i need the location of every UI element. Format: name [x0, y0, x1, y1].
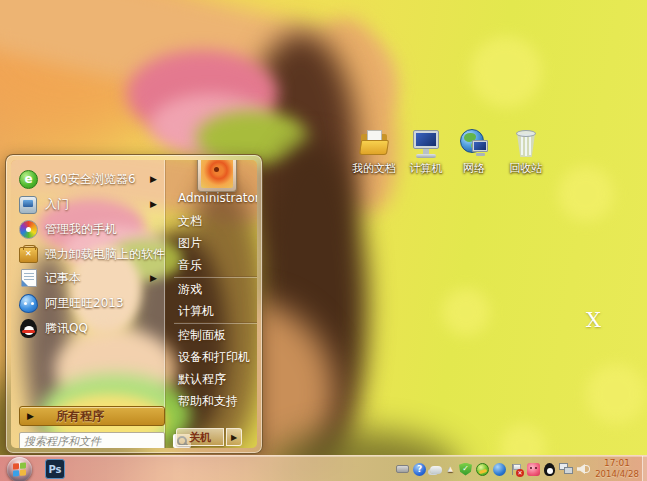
- uninstaller-icon: [19, 247, 38, 263]
- security-shield-icon[interactable]: ✓: [459, 463, 472, 476]
- menu-item-devices-printers[interactable]: 设备和打印机: [178, 349, 257, 367]
- user-avatar[interactable]: [197, 160, 237, 192]
- taskbar-clock[interactable]: 17:01 2014/4/28: [594, 458, 640, 480]
- language-indicator-icon[interactable]: [396, 465, 409, 473]
- menu-item-computer[interactable]: 计算机: [178, 303, 257, 321]
- desktop-icon-label: 我的文档: [346, 161, 402, 176]
- help-messenger-icon[interactable]: ?: [413, 463, 426, 476]
- action-center-error-badge: ✕: [516, 469, 524, 477]
- submenu-arrow-icon: ▶: [150, 174, 157, 184]
- start-menu: e 360安全浏览器6 ▶ 入门 ▶ 管理我的手机 强力卸载电脑上的软件 记事本…: [5, 154, 263, 454]
- all-programs-label: 所有程序: [56, 408, 104, 425]
- recycle-bin-icon: [510, 128, 542, 160]
- desktop-icon-label: 网络: [446, 161, 502, 176]
- program-item-tencent-qq[interactable]: 腾讯QQ: [19, 317, 165, 339]
- menu-item-documents[interactable]: 文档: [178, 213, 257, 231]
- aliwangwang-icon: [19, 294, 38, 313]
- program-item-notepad[interactable]: 记事本 ▶: [19, 267, 165, 289]
- volume-icon[interactable]: [577, 463, 591, 475]
- menu-item-control-panel[interactable]: 控制面板: [178, 327, 257, 345]
- program-label: 强力卸载电脑上的软件: [45, 246, 165, 263]
- menu-item-default-programs[interactable]: 默认程序: [178, 371, 257, 389]
- qq-icon: [20, 319, 37, 338]
- all-programs-arrow-icon: ▶: [27, 411, 34, 421]
- all-programs-button[interactable]: ▶ 所有程序: [19, 406, 165, 426]
- phone-manager-icon: [19, 220, 38, 239]
- network-icon: [458, 128, 490, 160]
- menu-separator: [174, 277, 257, 278]
- program-item-phone-manager[interactable]: 管理我的手机: [19, 218, 165, 240]
- program-label: 腾讯QQ: [45, 320, 88, 337]
- cloud-upload-icon[interactable]: [430, 466, 442, 474]
- search-box: [19, 432, 165, 448]
- qq-tray-icon[interactable]: [544, 463, 555, 476]
- program-label: 阿里旺旺2013: [45, 295, 124, 312]
- action-center-flag-icon[interactable]: ✕: [510, 463, 523, 476]
- taskbar: Ps ? ▲ ✓ ✕ 17:01 2014/4/28: [0, 455, 647, 481]
- browser-globe-icon[interactable]: [493, 463, 506, 476]
- program-label: 入门: [45, 196, 69, 213]
- notepad-icon: [21, 269, 37, 287]
- program-label: 360安全浏览器6: [45, 171, 136, 188]
- wangwang-tray-icon[interactable]: [527, 463, 540, 476]
- shutdown-button[interactable]: 关机: [176, 428, 224, 446]
- shutdown-options-arrow[interactable]: ▶: [226, 428, 242, 446]
- desktop-icon-label: 回收站: [498, 161, 554, 176]
- menu-item-music[interactable]: 音乐: [178, 257, 257, 275]
- wallpaper-bokeh: [586, 364, 646, 424]
- avatar-flower-photo: [201, 160, 233, 188]
- system-tray: ? ▲ ✓ ✕: [396, 456, 591, 481]
- wallpaper-bokeh: [470, 36, 542, 108]
- submenu-arrow-icon: ▶: [150, 199, 157, 209]
- show-desktop-button[interactable]: [642, 456, 647, 481]
- menu-item-games[interactable]: 游戏: [178, 281, 257, 299]
- my-documents-icon: [358, 128, 390, 160]
- wallpaper-bokeh: [442, 288, 490, 336]
- 360-browser-icon: e: [19, 170, 38, 189]
- user-name[interactable]: Administrator: [178, 191, 257, 209]
- menu-item-help-support[interactable]: 帮助和支持: [178, 393, 257, 411]
- start-button[interactable]: [7, 457, 32, 481]
- menu-separator: [174, 323, 257, 324]
- submenu-arrow-icon: ▶: [150, 273, 157, 283]
- desktop-icon-my-documents[interactable]: 我的文档: [346, 128, 402, 176]
- program-label: 管理我的手机: [45, 221, 117, 238]
- clock-date: 2014/4/28: [594, 469, 640, 480]
- watermark-x: X: [586, 308, 601, 332]
- search-input[interactable]: [20, 433, 173, 448]
- show-hidden-icons-button[interactable]: ▲: [446, 465, 455, 474]
- program-item-uninstaller[interactable]: 强力卸载电脑上的软件: [19, 243, 165, 265]
- desktop-icon-network[interactable]: 网络: [446, 128, 502, 176]
- program-item-getting-started[interactable]: 入门 ▶: [19, 193, 165, 215]
- shutdown-controls: 关机 ▶: [176, 428, 242, 446]
- windows-flag-icon: [13, 462, 26, 476]
- program-label: 记事本: [45, 270, 81, 287]
- taskbar-photoshop-button[interactable]: Ps: [45, 459, 65, 479]
- getting-started-icon: [19, 196, 37, 214]
- clock-time: 17:01: [594, 458, 640, 469]
- start-menu-skin: e 360安全浏览器6 ▶ 入门 ▶ 管理我的手机 强力卸载电脑上的软件 记事本…: [11, 160, 257, 448]
- program-item-360-browser[interactable]: e 360安全浏览器6 ▶: [19, 168, 165, 190]
- desktop-icon-recycle-bin[interactable]: 回收站: [498, 128, 554, 176]
- program-item-aliwangwang[interactable]: 阿里旺旺2013: [19, 292, 165, 314]
- menu-item-pictures[interactable]: 图片: [178, 235, 257, 253]
- 360-safety-icon[interactable]: [476, 463, 489, 476]
- computer-icon: [410, 128, 442, 160]
- desktop: 我的文档 计算机 网络 回收站 X: [0, 0, 647, 481]
- network-tray-icon[interactable]: [559, 463, 573, 475]
